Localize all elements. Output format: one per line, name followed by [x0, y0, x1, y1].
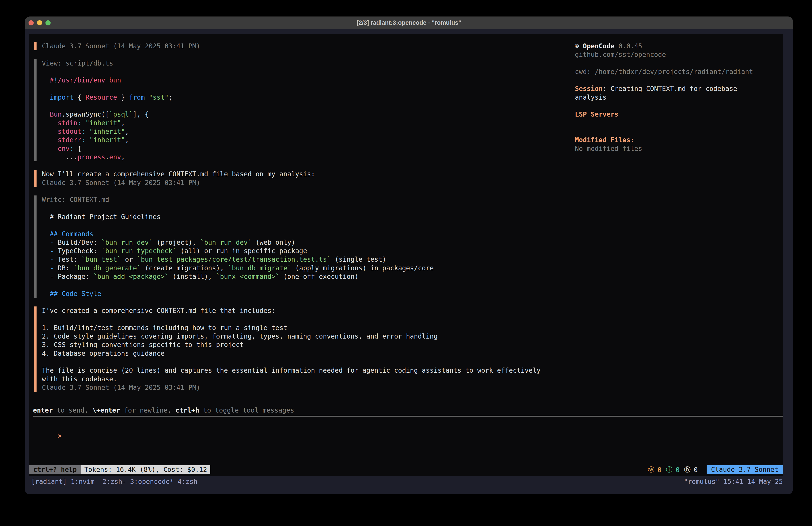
terminal-content: Claude 3.7 Sonnet (14 May 2025 03:41 PM)… [29, 34, 783, 476]
terminal-line [42, 221, 564, 230]
diagnostics-cluster: ⓦ 0 ⓘ 0 ⓗ 0 [648, 465, 698, 474]
tokens-cost-badge: Tokens: 16.4K (8%), Cost: $0.12 [81, 465, 211, 474]
terminal-line [42, 68, 564, 76]
terminal-line: ## Commands [42, 230, 564, 238]
terminal-line: - DB: `bun db generate` (create migratio… [42, 264, 564, 272]
sidebar-line: github.com/sst/opencode [575, 51, 780, 59]
sidebar-line [575, 119, 780, 127]
terminal-line: import { Resource } from "sst"; [42, 93, 564, 102]
hint-icon: ⓗ [684, 465, 691, 474]
sidebar-line: analysis [575, 93, 780, 102]
help-shortcut-badge[interactable]: ctrl+? help [29, 465, 81, 474]
input-help-text: enter to send, \+enter for newline, ctrl… [33, 406, 294, 415]
assistant-message-block: Now I'll create a comprehensive CONTEXT.… [34, 170, 564, 187]
terminal-line: 1. Build/lint/test commands including ho… [42, 324, 564, 332]
sidebar-line [575, 127, 780, 136]
sidebar-line: Session: Creating CONTEXT.md for codebas… [575, 84, 780, 93]
terminal-line [42, 102, 564, 110]
terminal-line: ...process.env, [42, 153, 564, 161]
sidebar-line: © OpenCode 0.0.45 [575, 42, 780, 51]
prompt-row[interactable]: > [34, 423, 61, 432]
window-title: [2/3] radiant:3:opencode - "romulus" [25, 16, 793, 29]
terminal-line: Claude 3.7 Sonnet (14 May 2025 03:41 PM) [42, 383, 564, 392]
terminal-line: ## Code Style [42, 289, 564, 298]
terminal-line: - Package: `bun add <package>` (install)… [42, 272, 564, 281]
terminal-line: with this codebase. [42, 375, 564, 383]
info-icon: ⓘ [666, 465, 673, 474]
input-divider [33, 416, 783, 416]
terminal-line: 3. CSS styling conventions specific to t… [42, 341, 564, 349]
hint-count: 0 [694, 466, 698, 474]
terminal-line: # Radiant Project Guidelines [42, 213, 564, 221]
tool-view-block: View: script/db.ts #!/usr/bin/env bun im… [34, 59, 564, 161]
terminal-line: stdout: "inherit", [42, 127, 564, 136]
status-bar: ctrl+? help Tokens: 16.4K (8%), Cost: $0… [29, 465, 783, 474]
terminal-line: stderr: "inherit", [42, 136, 564, 144]
terminal-line: Claude 3.7 Sonnet (14 May 2025 03:41 PM) [42, 42, 564, 51]
warning-count: 0 [657, 466, 662, 474]
model-badge[interactable]: Claude 3.7 Sonnet [707, 465, 783, 474]
info-count: 0 [676, 466, 680, 474]
assistant-meta-block: Claude 3.7 Sonnet (14 May 2025 03:41 PM) [34, 42, 564, 51]
terminal-line: #!/usr/bin/env bun [42, 76, 564, 84]
terminal-line: The file is concise (20 lines) and captu… [42, 366, 564, 375]
tmux-status-bar: [radiant] 1:nvim 2:zsh- 3:opencode* 4:zs… [25, 475, 793, 494]
sidebar-line: No modified files [575, 144, 780, 153]
terminal-line: - Build/Dev: `bun run dev` (project), `b… [42, 238, 564, 247]
sidebar-line [575, 76, 780, 84]
terminal-line [42, 204, 564, 213]
prompt-caret[interactable]: > [58, 432, 62, 440]
terminal-line: 4. Database operations guidance [42, 349, 564, 358]
terminal-line: - Test: `bun test` or `bun test packages… [42, 255, 564, 264]
diagnostic-info: ⓘ 0 [666, 465, 680, 474]
window-titlebar[interactable]: [2/3] radiant:3:opencode - "romulus" [25, 16, 793, 29]
terminal-line: stdin: "inherit", [42, 119, 564, 127]
diagnostic-warnings: ⓦ 0 [648, 465, 661, 474]
terminal-line: 2. Code style guidelines covering import… [42, 332, 564, 341]
terminal-line: env: { [42, 144, 564, 153]
terminal-line: Write: CONTEXT.md [42, 196, 564, 204]
terminal-line [42, 281, 564, 289]
terminal-line: - TypeCheck: `bun run typecheck` (all) o… [42, 247, 564, 255]
session-sidebar: © OpenCode 0.0.45github.com/sst/opencode… [575, 42, 780, 153]
sidebar-line [575, 59, 780, 68]
tool-write-block: Write: CONTEXT.md # Radiant Project Guid… [34, 196, 564, 298]
diagnostic-hints: ⓗ 0 [684, 465, 698, 474]
terminal-line: Bun.spawnSync([`psql`], { [42, 110, 564, 118]
warning-icon: ⓦ [648, 465, 654, 474]
assistant-summary-block: I've created a comprehensive CONTEXT.md … [34, 307, 564, 392]
sidebar-line: Modified Files: [575, 136, 780, 144]
sidebar-line: cwd: /home/thdxr/dev/projects/radiant/ra… [575, 68, 780, 76]
terminal-line: Now I'll create a comprehensive CONTEXT.… [42, 170, 564, 178]
tmux-window-list[interactable]: [radiant] 1:nvim 2:zsh- 3:opencode* 4:zs… [31, 478, 198, 494]
sidebar-line [575, 102, 780, 110]
terminal-line: Claude 3.7 Sonnet (14 May 2025 03:41 PM) [42, 179, 564, 187]
tmux-session-info: "romulus" 15:41 14-May-25 [684, 478, 783, 494]
terminal-line [42, 84, 564, 93]
terminal-line: I've created a comprehensive CONTEXT.md … [42, 307, 564, 315]
terminal-line: View: script/db.ts [42, 59, 564, 68]
terminal-window: [2/3] radiant:3:opencode - "romulus" Cla… [25, 16, 793, 494]
terminal-line [42, 358, 564, 366]
sidebar-line: LSP Servers [575, 110, 780, 118]
chat-transcript: Claude 3.7 Sonnet (14 May 2025 03:41 PM)… [34, 42, 564, 400]
terminal-line [42, 315, 564, 324]
